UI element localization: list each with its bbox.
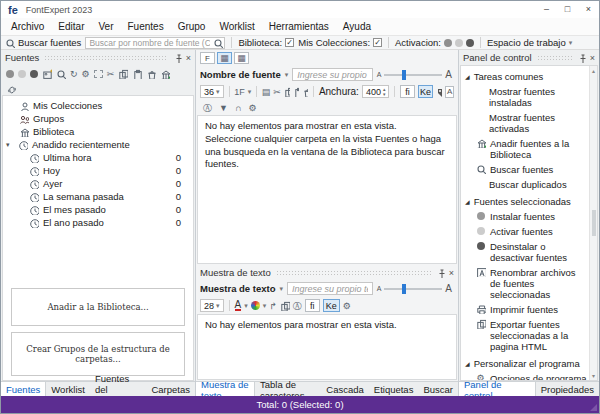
chevron-down-icon[interactable]: ▾ (248, 88, 252, 96)
activation-dot-active[interactable] (30, 70, 38, 78)
slider-handle[interactable] (402, 284, 406, 294)
layers-icon[interactable] (280, 301, 290, 311)
task-renombrar-archivos[interactable]: Renombrar archivos de fuentes selecciona… (465, 267, 587, 300)
menu-editar[interactable]: Editar (51, 21, 91, 32)
activation-dot-active[interactable] (466, 39, 474, 47)
chevron-down-icon[interactable]: ▾ (285, 71, 289, 79)
menu-fuentes[interactable]: Fuentes (121, 21, 171, 32)
search-fonts-button[interactable]: Buscar fuentes (5, 37, 81, 48)
refresh-icon[interactable]: ↻ (70, 69, 78, 79)
pin-icon[interactable] (436, 268, 446, 278)
maximize-button[interactable]: □ (557, 1, 578, 18)
search-small-icon[interactable] (56, 69, 66, 79)
paste-icon[interactable] (293, 87, 299, 97)
tab-propiedades[interactable]: Propiedades (536, 382, 599, 396)
tab-fuentes-del-sistema[interactable]: Fuentes del sistema (90, 382, 147, 396)
task-opciones-programa[interactable]: ⚙ Opciones de programa (465, 373, 587, 381)
activation-dot-inactive[interactable] (18, 70, 26, 78)
sample-type-dropdown[interactable]: Nombre de fuente (200, 69, 281, 80)
sort-icon[interactable]: 1F (234, 87, 245, 97)
font-color-icon[interactable]: A (235, 300, 242, 311)
tree-item-ultima-hora[interactable]: Ultima hora 0 (3, 151, 193, 164)
font-size-combo[interactable]: 36 ▾ (200, 85, 224, 98)
circled-a-icon[interactable]: Ⓐ (203, 103, 212, 113)
scrollbar-thumb[interactable] (592, 210, 596, 236)
activation-dot-installed[interactable] (444, 39, 452, 47)
font-size-combo[interactable]: 28 ▾ (200, 299, 224, 312)
copy-icon[interactable] (284, 87, 290, 97)
tree-item-ano-pasado[interactable]: El ano pasado 0 (3, 216, 193, 229)
close-icon[interactable]: × (590, 53, 595, 63)
font-size-slider[interactable] (384, 288, 442, 290)
search-input[interactable] (85, 37, 225, 49)
task-mostrar-instaladas[interactable]: Mostrar fuentes instaladas (465, 86, 587, 108)
tree-item-anadido-recientemente[interactable]: ▾ Anadido recientemente (3, 138, 193, 151)
tree-item-biblioteca[interactable]: Biblioteca (3, 125, 193, 138)
task-buscar-fuentes[interactable]: Buscar fuentes (465, 164, 587, 175)
paste-icon[interactable] (132, 69, 142, 79)
ligatures-toggle[interactable]: fi (400, 85, 415, 98)
task-activar-fuentes[interactable]: Activar fuentes (465, 226, 587, 237)
menu-ayuda[interactable]: Ayuda (336, 21, 378, 32)
tab-cascada[interactable]: Cascada (321, 382, 369, 396)
scrollbar[interactable]: ▴ ▾ (589, 66, 597, 380)
task-desinstalar-fuentes[interactable]: Desinstalar o desactivar fuentes (465, 241, 587, 263)
close-icon[interactable]: × (449, 268, 454, 278)
chevron-down-icon[interactable]: ▾ (244, 302, 248, 310)
boxed-a-icon[interactable]: A (445, 86, 454, 98)
colecciones-checkbox[interactable]: ✓ (373, 38, 382, 47)
custom-text-input[interactable] (287, 282, 373, 295)
background-color-icon[interactable] (251, 301, 260, 310)
pin-icon[interactable] (577, 53, 587, 63)
tree-item-mis-colecciones[interactable]: Mis Colecciones (3, 99, 193, 112)
text-direction-icon[interactable]: ↱ (269, 301, 277, 311)
view-font-list-button[interactable]: F (200, 52, 215, 64)
task-mostrar-activadas[interactable]: Mostrar fuentes activadas (465, 112, 587, 134)
workspace-dropdown[interactable]: Espacio de trabajo ▾ (487, 37, 572, 48)
add-to-library-icon[interactable] (160, 69, 170, 79)
link-icon[interactable] (6, 84, 16, 94)
menu-grupo[interactable]: Grupo (171, 21, 213, 32)
menu-ver[interactable]: Ver (91, 21, 120, 32)
activation-dot-installed[interactable] (6, 70, 14, 78)
pin-icon[interactable] (173, 53, 183, 63)
cut-icon[interactable]: ✂ (107, 69, 115, 79)
tag-icon[interactable] (436, 87, 442, 97)
task-buscar-duplicados[interactable]: Buscar duplicados (465, 179, 587, 190)
tree-item-mes-pasado[interactable]: El mes pasado 0 (3, 203, 193, 216)
task-imprimir-fuentes[interactable]: Imprimir fuentes (465, 304, 587, 315)
tab-tabla-de-caracteres[interactable]: Tabla de caracteres (255, 382, 321, 396)
tab-buscar[interactable]: Buscar (418, 382, 458, 396)
section-fuentes-seleccionadas[interactable]: ◢ Fuentes seleccionadas (465, 196, 587, 207)
settings-gear-icon[interactable]: ⚙ (343, 301, 351, 311)
custom-text-input[interactable] (292, 68, 372, 81)
menu-archivo[interactable]: Archivo (4, 21, 51, 32)
add-to-library-button[interactable]: Anadir a la Biblioteca... (11, 288, 185, 326)
kerning-toggle[interactable]: Ke (418, 85, 433, 98)
tab-fuentes[interactable]: Fuentes (1, 382, 46, 396)
pairs-icon[interactable]: ∩ (235, 103, 241, 113)
view-grid-button[interactable]: ▦ (217, 52, 232, 64)
tab-carpetas[interactable]: Carpetas (146, 382, 195, 396)
delete-icon[interactable] (302, 87, 308, 97)
section-personalizar[interactable]: ◢ Personalizar el programa (465, 358, 587, 369)
delete-icon[interactable] (146, 69, 156, 79)
task-exportar-html[interactable]: Exportar fuentes seleccionadas a la pagi… (465, 319, 587, 352)
circled-a-icon[interactable]: Ⓐ (293, 301, 302, 311)
settings-gear-icon[interactable]: ⚙ (248, 103, 256, 113)
tab-etiquetas[interactable]: Etiquetas (369, 382, 419, 396)
section-tareas-comunes[interactable]: ◢ Tareas comunes (465, 71, 587, 82)
sample-type-dropdown[interactable]: Muestra de texto (200, 283, 276, 294)
kerning-toggle[interactable]: Ke (323, 299, 340, 312)
tree-item-ayer[interactable]: Ayer 0 (3, 177, 193, 190)
chevron-down-icon[interactable]: ▾ (263, 302, 267, 310)
spinner-arrows[interactable]: ▴▾ (383, 87, 386, 97)
slider-handle[interactable] (402, 70, 406, 80)
select-region-icon[interactable] (94, 70, 103, 78)
task-anadir-biblioteca[interactable]: Anadir fuentes a la Biblioteca (465, 138, 587, 160)
scroll-up-icon[interactable]: ▴ (592, 67, 595, 74)
menu-herramientas[interactable]: Herramientas (262, 21, 336, 32)
expander-icon[interactable]: ▾ (6, 141, 14, 149)
search-icon[interactable] (213, 38, 223, 48)
resize-grip[interactable] (590, 404, 597, 411)
